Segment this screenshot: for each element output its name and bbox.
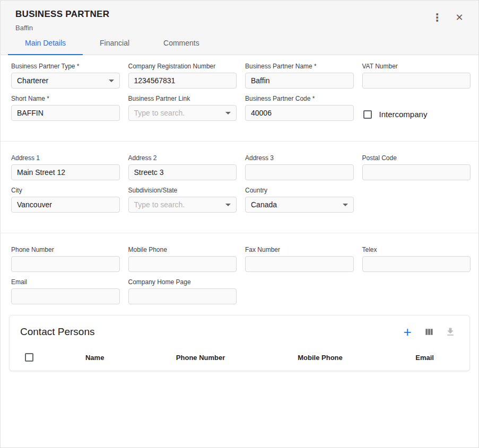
business-partner-code-label: Business Partner Code *	[245, 95, 354, 102]
column-header-mobile-phone: Mobile Phone	[260, 354, 380, 362]
tab-main-details[interactable]: Main Details	[8, 32, 83, 55]
business-partner-code-input[interactable]	[245, 105, 354, 121]
main-details-panel: Business Partner Type * Charterer Compan…	[1, 55, 478, 371]
field-city: City	[11, 187, 120, 213]
contact-persons-table-header: Name Phone Number Mobile Phone Email	[10, 344, 469, 371]
chevron-down-icon	[225, 204, 231, 206]
company-registration-number-input[interactable]	[128, 73, 237, 89]
tab-comments[interactable]: Comments	[146, 32, 216, 55]
field-business-partner-name: Business Partner Name *	[245, 63, 354, 89]
grid-spacer	[362, 278, 471, 304]
column-header-phone-number: Phone Number	[141, 354, 260, 362]
select-all-checkbox[interactable]	[25, 353, 33, 362]
mobile-phone-input[interactable]	[128, 256, 237, 272]
company-home-page-input[interactable]	[128, 288, 237, 304]
address-1-label: Address 1	[11, 154, 120, 162]
address-2-label: Address 2	[128, 154, 237, 162]
field-company-home-page: Company Home Page	[128, 278, 237, 304]
section-divider	[1, 233, 478, 233]
grid-spacer	[245, 278, 354, 304]
phone-number-input[interactable]	[11, 256, 120, 272]
fax-number-input[interactable]	[245, 256, 354, 272]
grid-spacer	[362, 187, 471, 213]
vat-number-label: VAT Number	[362, 63, 471, 70]
business-partner-name-input[interactable]	[245, 73, 354, 89]
select-all-cell	[10, 353, 49, 362]
field-fax-number: Fax Number	[245, 246, 354, 272]
company-home-page-label: Company Home Page	[128, 278, 237, 286]
address-1-input[interactable]	[11, 164, 120, 180]
email-input[interactable]	[11, 288, 120, 304]
field-email: Email	[11, 278, 120, 304]
business-partner-type-value: Charterer	[17, 76, 48, 85]
country-label: Country	[245, 187, 354, 194]
country-select[interactable]: Canada	[245, 197, 354, 213]
country-value: Canada	[251, 200, 277, 209]
subdivision-state-placeholder: Type to search.	[134, 200, 185, 209]
add-contact-person-icon[interactable]: +	[400, 325, 414, 339]
address-3-input[interactable]	[245, 164, 354, 180]
field-address-2: Address 2	[128, 154, 237, 180]
business-partner-link-placeholder: Type to search.	[134, 109, 185, 117]
intercompany-label: Intercompany	[379, 110, 428, 119]
field-short-name: Short Name *	[11, 95, 120, 121]
business-partner-link-label: Business Partner Link	[128, 95, 237, 102]
email-label: Email	[11, 278, 120, 286]
company-registration-number-label: Company Registration Number	[128, 63, 237, 70]
field-telex: Telex	[362, 246, 471, 272]
column-header-name: Name	[49, 354, 141, 362]
address-2-input[interactable]	[128, 164, 237, 180]
field-country: Country Canada	[245, 187, 354, 213]
field-intercompany: Intercompany	[362, 108, 471, 121]
address-3-label: Address 3	[245, 154, 354, 162]
field-vat-number: VAT Number	[362, 63, 471, 89]
chevron-down-icon	[343, 204, 348, 206]
subdivision-state-label: Subdivision/State	[128, 187, 237, 194]
field-business-partner-link: Business Partner Link Type to search.	[128, 95, 237, 121]
tab-financial[interactable]: Financial	[83, 32, 146, 55]
close-icon[interactable]: ✕	[452, 10, 467, 25]
download-icon[interactable]	[444, 326, 457, 338]
field-mobile-phone: Mobile Phone	[128, 246, 237, 272]
address-section: Address 1 Address 2 Address 3 Postal Cod…	[3, 154, 478, 213]
short-name-input[interactable]	[11, 105, 120, 121]
subdivision-state-select[interactable]: Type to search.	[128, 197, 237, 213]
chevron-down-icon	[225, 112, 231, 115]
vat-number-input[interactable]	[362, 73, 471, 89]
dialog-header: BUSINESS PARTNER Baffin ⋮ ✕	[1, 1, 478, 32]
page-title: BUSINESS PARTNER	[15, 9, 109, 20]
tab-bar: Main Details Financial Comments	[1, 32, 478, 55]
phone-number-label: Phone Number	[11, 246, 120, 253]
field-address-1: Address 1	[11, 154, 120, 180]
field-business-partner-code: Business Partner Code *	[245, 95, 354, 121]
field-address-3: Address 3	[245, 154, 354, 180]
section-divider	[1, 141, 478, 142]
postal-code-input[interactable]	[362, 164, 471, 180]
columns-icon[interactable]	[423, 326, 436, 338]
contact-persons-title: Contact Persons	[20, 326, 94, 338]
field-business-partner-type: Business Partner Type * Charterer	[11, 63, 120, 89]
business-partner-name-label: Business Partner Name *	[245, 63, 354, 70]
business-partner-link-select[interactable]: Type to search.	[128, 105, 237, 121]
mobile-phone-label: Mobile Phone	[128, 246, 237, 253]
contact-persons-card: Contact Persons +	[9, 315, 470, 371]
field-phone-number: Phone Number	[11, 246, 120, 272]
business-partner-dialog: BUSINESS PARTNER Baffin ⋮ ✕ Main Details…	[0, 0, 479, 448]
postal-code-label: Postal Code	[362, 154, 471, 162]
header-actions: ⋮ ✕	[430, 9, 467, 25]
field-postal-code: Postal Code	[362, 154, 471, 180]
contact-info-section: Phone Number Mobile Phone Fax Number Tel…	[3, 246, 478, 304]
column-header-email: Email	[380, 354, 469, 362]
field-company-registration-number: Company Registration Number	[128, 63, 237, 89]
business-partner-type-label: Business Partner Type *	[11, 63, 120, 70]
field-subdivision-state: Subdivision/State Type to search.	[128, 187, 237, 213]
more-options-icon[interactable]: ⋮	[430, 10, 445, 25]
telex-input[interactable]	[362, 256, 471, 272]
contact-persons-card-header: Contact Persons +	[10, 315, 469, 344]
business-partner-type-select[interactable]: Charterer	[11, 73, 120, 89]
fax-number-label: Fax Number	[245, 246, 354, 253]
city-label: City	[11, 187, 120, 194]
city-input[interactable]	[11, 197, 120, 213]
contact-persons-actions: +	[400, 325, 457, 339]
intercompany-checkbox[interactable]	[363, 110, 372, 119]
